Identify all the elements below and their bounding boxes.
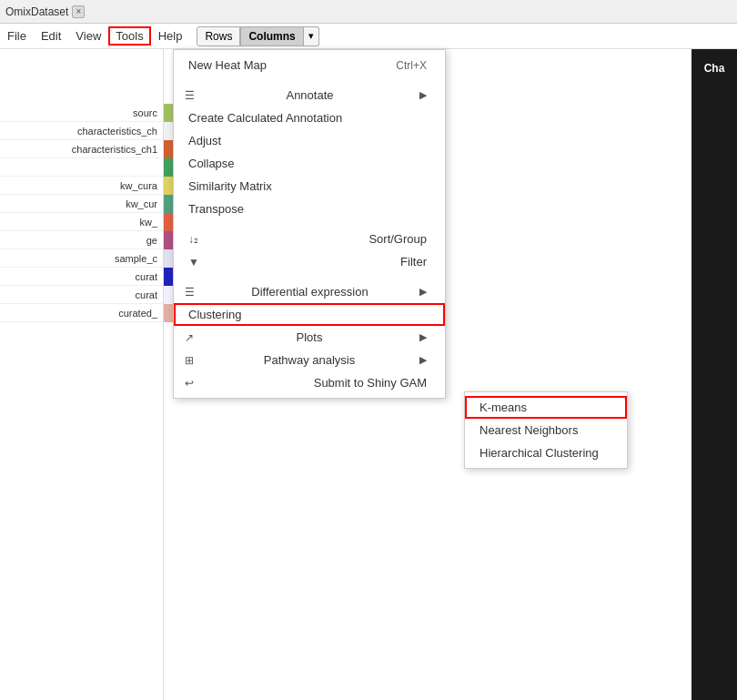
menu-edit[interactable]: Edit: [34, 26, 68, 46]
rows-button[interactable]: Rows: [197, 26, 240, 46]
list-item: curat: [0, 286, 163, 304]
share-icon: ↩: [185, 377, 194, 390]
menu-create-calculated-annotation[interactable]: Create Calculated Annotation: [174, 107, 445, 129]
left-panel: sourc characteristics_ch characteristics…: [0, 49, 164, 700]
list-item: kw_: [0, 213, 163, 231]
menu-differential-expression[interactable]: ☰ Differential expression ▶: [174, 280, 445, 303]
submenu-nearest-neighbors[interactable]: Nearest Neighbors: [465, 419, 627, 441]
menu-filter[interactable]: ▼ Filter: [174, 250, 445, 273]
toolbar-arrow-button[interactable]: ▾: [304, 26, 319, 46]
clustering-submenu: K-means Nearest Neighbors Hierarchical C…: [464, 391, 628, 469]
list-icon: ☰: [185, 89, 195, 102]
list-item: kw_cura: [0, 177, 163, 195]
menu-collapse[interactable]: Collapse: [174, 152, 445, 175]
menu-adjust[interactable]: Adjust: [174, 129, 445, 152]
list-item: ge: [0, 231, 163, 249]
list-icon-2: ☰: [185, 286, 195, 299]
menu-transpose[interactable]: Transpose: [174, 198, 445, 220]
cha-label: Cha: [701, 58, 729, 78]
chart-icon: ↗: [185, 331, 194, 344]
menu-sort-group[interactable]: ↓₂ Sort/Group: [174, 228, 445, 250]
list-item: curated_: [0, 304, 163, 322]
menu-clustering[interactable]: Clustering: [174, 303, 445, 326]
menu-similarity-matrix[interactable]: Similarity Matrix: [174, 175, 445, 198]
list-item: kw_cur: [0, 195, 163, 213]
columns-button[interactable]: Columns: [240, 26, 303, 46]
list-item: characteristics_ch1: [0, 140, 163, 158]
list-item: characteristics_ch: [0, 122, 163, 140]
tab-label: OmixDataset: [5, 5, 68, 18]
menu-annotate[interactable]: ☰ Annotate ▶: [174, 84, 445, 107]
toolbar-area: Rows Columns ▾: [197, 26, 318, 46]
menu-pathway-analysis[interactable]: ⊞ Pathway analysis ▶: [174, 349, 445, 371]
tools-dropdown-menu: New Heat Map Ctrl+X ☰ Annotate ▶ Create …: [173, 49, 446, 399]
menu-new-heat-map[interactable]: New Heat Map Ctrl+X: [174, 54, 445, 76]
list-item: curat: [0, 268, 163, 286]
menu-view[interactable]: View: [68, 26, 108, 46]
submenu-kmeans[interactable]: K-means: [465, 396, 627, 419]
table-icon: ⊞: [185, 354, 194, 367]
filter-icon: ▼: [188, 256, 199, 269]
sort-icon: ↓₂: [188, 233, 198, 246]
app-window: OmixDataset × File Edit View Tools Help …: [0, 0, 737, 700]
menu-file[interactable]: File: [0, 26, 34, 46]
menu-bar: File Edit View Tools Help Rows Columns ▾: [0, 24, 737, 49]
menu-help[interactable]: Help: [151, 26, 190, 46]
right-panel: Cha: [692, 49, 737, 700]
menu-submit-shiny-gam[interactable]: ↩ Submit to Shiny GAM: [174, 371, 445, 394]
submenu-hierarchical-clustering[interactable]: Hierarchical Clustering: [465, 441, 627, 464]
title-bar: OmixDataset ×: [0, 0, 737, 24]
list-item: sourc: [0, 104, 163, 122]
list-item: sample_c: [0, 249, 163, 268]
menu-tools[interactable]: Tools: [108, 26, 150, 46]
list-item: [0, 158, 163, 177]
menu-plots[interactable]: ↗ Plots ▶: [174, 326, 445, 349]
tab-close-button[interactable]: ×: [72, 5, 85, 18]
